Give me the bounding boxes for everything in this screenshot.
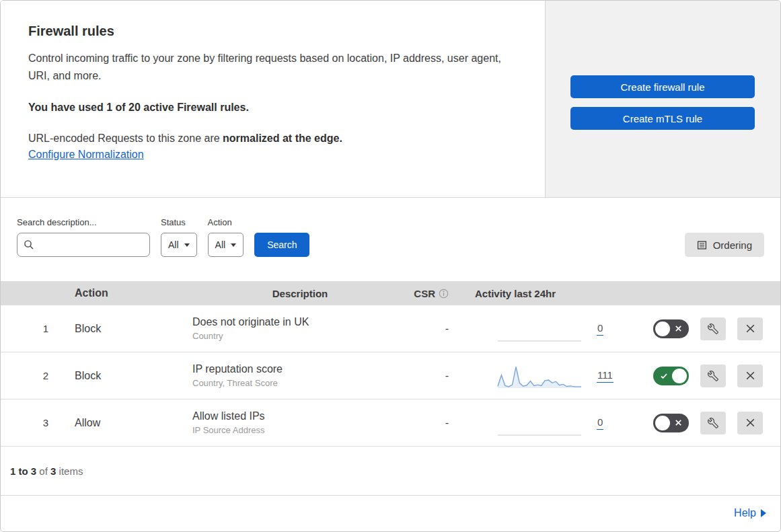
activity-sparkline bbox=[497, 315, 582, 343]
firewall-rules-page: Firewall rules Control incoming traffic … bbox=[0, 0, 781, 532]
create-firewall-rule-button[interactable]: Create firewall rule bbox=[570, 75, 755, 98]
wrench-icon bbox=[708, 371, 718, 381]
info-icon[interactable] bbox=[439, 289, 449, 299]
chevron-down-icon bbox=[231, 243, 236, 247]
action-selected-value: All bbox=[215, 239, 226, 250]
pagination-range: 1 to 3 bbox=[10, 465, 36, 477]
rule-match-fields: Country bbox=[192, 331, 223, 341]
wrench-icon bbox=[708, 324, 718, 334]
ordering-button-label: Ordering bbox=[713, 239, 752, 251]
action-label: Action bbox=[208, 217, 244, 227]
status-select[interactable]: All bbox=[161, 233, 197, 257]
column-header-description: Description bbox=[192, 288, 408, 299]
wrench-icon bbox=[708, 418, 718, 428]
rule-csr-value: - bbox=[408, 323, 451, 335]
help-bar: Help bbox=[1, 496, 780, 531]
check-icon bbox=[660, 372, 668, 380]
ordering-button[interactable]: Ordering bbox=[685, 233, 764, 257]
rule-description: Allow listed IPs bbox=[192, 410, 265, 422]
pagination-items: items bbox=[56, 465, 83, 477]
column-header-activity: Activity last 24hr bbox=[451, 288, 633, 299]
rule-enabled-toggle[interactable] bbox=[653, 414, 689, 432]
rule-match-fields: Country, Threat Score bbox=[192, 378, 278, 388]
page-description: Control incoming traffic to your zone by… bbox=[28, 50, 513, 85]
table-row: 1 Block Does not originate in UK Country… bbox=[1, 305, 780, 352]
actions-panel: Create firewall rule Create mTLS rule bbox=[545, 1, 780, 197]
edit-rule-button[interactable] bbox=[700, 317, 726, 340]
action-select[interactable]: All bbox=[208, 233, 244, 257]
toggle-knob bbox=[672, 369, 687, 383]
intro-section: Firewall rules Control incoming traffic … bbox=[1, 1, 780, 198]
column-header-csr: CSR bbox=[414, 288, 435, 299]
status-label: Status bbox=[161, 217, 197, 227]
table-header: Action Description CSR Activity last 24h… bbox=[1, 281, 780, 305]
normalization-bold-text: normalized at the edge. bbox=[223, 132, 342, 144]
status-filter-group: Status All bbox=[161, 217, 197, 257]
pagination-summary: 1 to 3 of 3 items bbox=[10, 465, 83, 477]
status-selected-value: All bbox=[168, 239, 179, 250]
rule-csr-value: - bbox=[408, 370, 451, 382]
x-icon bbox=[675, 325, 682, 332]
column-header-action: Action bbox=[75, 287, 192, 299]
rule-priority: 1 bbox=[1, 323, 75, 334]
rule-priority: 2 bbox=[1, 370, 75, 381]
edit-rule-button[interactable] bbox=[700, 365, 726, 387]
toggle-knob bbox=[655, 321, 670, 336]
page-title: Firewall rules bbox=[28, 24, 513, 39]
close-icon bbox=[745, 371, 755, 381]
chevron-down-icon bbox=[184, 243, 190, 247]
configure-normalization-link[interactable]: Configure Normalization bbox=[28, 149, 144, 160]
table-footer: 1 to 3 of 3 items bbox=[1, 447, 780, 496]
rule-enabled-toggle[interactable] bbox=[653, 319, 689, 338]
normalization-note: URL-encoded Requests to this zone are no… bbox=[28, 132, 513, 145]
rule-csr-value: - bbox=[408, 417, 451, 429]
activity-count-link[interactable]: 111 bbox=[597, 369, 613, 383]
rule-action: Block bbox=[75, 370, 192, 382]
intro-card: Firewall rules Control incoming traffic … bbox=[1, 1, 545, 197]
rule-action: Allow bbox=[75, 417, 192, 429]
table-row: 3 Allow Allow listed IPs IP Source Addre… bbox=[1, 400, 780, 447]
pagination-of: of bbox=[36, 465, 50, 477]
search-label: Search description... bbox=[17, 217, 150, 227]
activity-sparkline bbox=[497, 362, 582, 390]
ordering-list-icon bbox=[697, 240, 707, 250]
rule-description: Does not originate in UK bbox=[192, 316, 309, 328]
delete-rule-button[interactable] bbox=[737, 365, 763, 387]
search-button[interactable]: Search bbox=[254, 233, 309, 257]
rule-description: IP reputation score bbox=[192, 363, 283, 375]
x-icon bbox=[675, 419, 682, 426]
rule-priority: 3 bbox=[1, 417, 75, 428]
rule-enabled-toggle[interactable] bbox=[653, 367, 689, 385]
help-label: Help bbox=[734, 507, 756, 519]
activity-sparkline bbox=[497, 409, 582, 437]
search-input[interactable] bbox=[17, 233, 150, 257]
activity-count-link[interactable]: 0 bbox=[597, 416, 603, 430]
toggle-knob bbox=[655, 416, 670, 430]
search-group: Search description... bbox=[17, 217, 150, 257]
create-mtls-rule-button[interactable]: Create mTLS rule bbox=[570, 107, 755, 130]
usage-note: You have used 1 of 20 active Firewall ru… bbox=[28, 102, 513, 114]
activity-count-link[interactable]: 0 bbox=[597, 322, 603, 336]
rule-action: Block bbox=[75, 323, 192, 335]
action-filter-group: Action All bbox=[208, 217, 244, 257]
search-icon bbox=[24, 239, 34, 253]
normalization-text: URL-encoded Requests to this zone are bbox=[28, 132, 223, 144]
delete-rule-button[interactable] bbox=[737, 317, 763, 340]
filter-bar: Search description... Status All Action … bbox=[1, 198, 780, 281]
edit-rule-button[interactable] bbox=[700, 412, 726, 434]
close-icon bbox=[745, 418, 755, 428]
delete-rule-button[interactable] bbox=[737, 412, 763, 434]
table-row: 2 Block IP reputation score Country, Thr… bbox=[1, 352, 780, 400]
chevron-right-icon bbox=[761, 509, 766, 517]
rule-match-fields: IP Source Address bbox=[192, 425, 264, 435]
close-icon bbox=[745, 324, 755, 334]
help-link[interactable]: Help bbox=[734, 507, 766, 519]
